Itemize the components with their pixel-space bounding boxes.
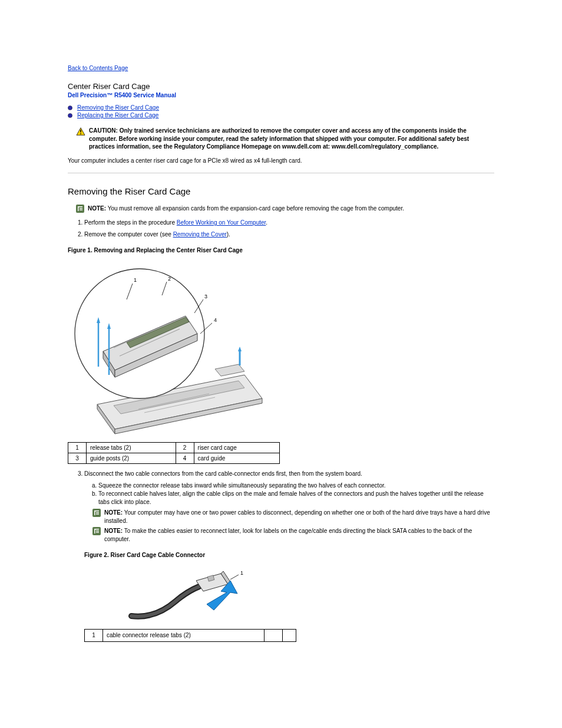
step-2: Remove the computer cover (see Removing … (84, 230, 494, 239)
note-text-1: NOTE: You must remove all expansion card… (88, 205, 404, 213)
figure-2-caption: Figure 2. Riser Card Cage Cable Connecto… (84, 551, 494, 559)
caution-block: CAUTION: Only trained service technician… (76, 127, 494, 151)
caution-icon (76, 127, 85, 136)
svg-rect-7 (80, 210, 82, 210)
legend-label: cable connector release tabs (2) (103, 630, 265, 642)
removal-steps: Perform the steps in the procedure Befor… (68, 219, 494, 239)
legend-num: 1 (85, 630, 103, 642)
toc-link-replace[interactable]: Replacing the Riser Card Cage (77, 112, 158, 118)
caution-text: CAUTION: Only trained service technician… (89, 127, 494, 151)
table-of-contents: Removing the Riser Card Cage Replacing t… (68, 104, 494, 118)
svg-text:1: 1 (134, 277, 137, 283)
note-icon (92, 509, 101, 517)
section-heading-remove: Removing the Riser Card Cage (68, 186, 494, 196)
note-icon (92, 527, 101, 535)
legend-num: 4 (176, 453, 194, 464)
step-3a: Squeeze the connector release tabs inwar… (98, 482, 494, 490)
section-divider (68, 173, 494, 173)
note-block-1: NOTE: You must remove all expansion card… (76, 205, 494, 213)
svg-marker-16 (238, 347, 242, 351)
note-block-2: NOTE: Your computer may have one or two … (92, 509, 494, 525)
figure-2-legend: 1 cable connector release tabs (2) (84, 629, 296, 642)
svg-rect-3 (80, 130, 81, 133)
manual-title: Dell Precision™ R5400 Service Manual (68, 92, 494, 98)
figure-1-caption: Figure 1. Removing and Replacing the Cen… (68, 247, 494, 253)
bullet-icon (68, 106, 72, 110)
legend-num: 3 (68, 453, 87, 464)
figure-2-illustration: 1 (120, 563, 249, 628)
removal-steps-continued: Disconnect the two cable connectors from… (68, 470, 494, 642)
svg-text:1: 1 (240, 570, 243, 576)
note-text-2: NOTE: Your computer may have one or two … (104, 509, 494, 525)
note-block-3: NOTE: To make the cables easier to recon… (92, 527, 494, 543)
svg-point-1 (68, 113, 72, 117)
link-before-working[interactable]: Before Working on Your Computer (177, 219, 266, 226)
figure-1-legend: 1 release tabs (2) 2 riser card cage 3 g… (68, 442, 280, 464)
legend-empty (265, 630, 283, 642)
svg-marker-14 (215, 364, 244, 376)
legend-empty (283, 630, 296, 642)
legend-label: release tabs (2) (87, 443, 176, 453)
svg-point-0 (68, 106, 72, 110)
svg-rect-6 (80, 208, 82, 209)
intro-paragraph: Your computer includes a center riser ca… (68, 157, 494, 165)
svg-rect-37 (96, 512, 99, 513)
step-3: Disconnect the two cable connectors from… (84, 470, 494, 642)
note-text-3: NOTE: To make the cables easier to recon… (104, 527, 494, 543)
svg-rect-40 (96, 531, 99, 531)
svg-rect-4 (80, 133, 81, 134)
svg-rect-41 (96, 532, 99, 533)
svg-text:3: 3 (204, 294, 207, 299)
toc-link-remove[interactable]: Removing the Riser Card Cage (77, 104, 159, 111)
legend-label: guide posts (2) (87, 453, 176, 464)
legend-label: card guide (194, 453, 279, 464)
page-title: Center Riser Card Cage (68, 82, 494, 91)
step-3b: To reconnect cable halves later, align t… (98, 490, 494, 506)
link-removing-cover[interactable]: Removing the Cover (173, 231, 227, 238)
step-1: Perform the steps in the procedure Befor… (84, 219, 494, 227)
svg-line-46 (230, 575, 239, 579)
note-icon (76, 205, 84, 213)
back-to-contents-link[interactable]: Back to Contents Page (68, 65, 128, 71)
figure-1-illustration: 1 2 3 4 (68, 257, 280, 441)
legend-num: 1 (68, 443, 87, 453)
svg-rect-38 (96, 514, 99, 515)
svg-text:4: 4 (214, 317, 217, 323)
legend-num: 2 (176, 443, 194, 453)
legend-label: riser card cage (194, 443, 279, 453)
bullet-icon (68, 113, 72, 118)
svg-text:2: 2 (168, 276, 171, 282)
